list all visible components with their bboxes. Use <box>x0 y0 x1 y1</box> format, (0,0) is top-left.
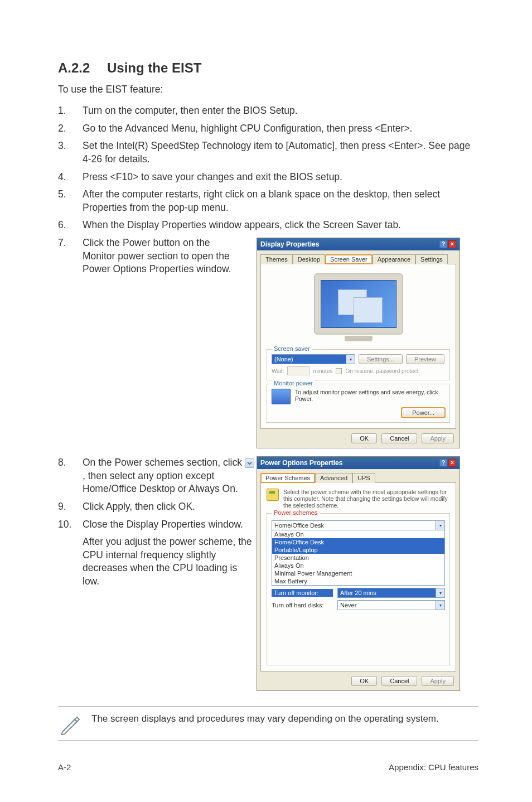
section-heading: A.2.2Using the EIST <box>58 60 478 76</box>
step-after-text: After you adjust the power scheme, the C… <box>83 535 257 588</box>
turn-off-monitor-label: Turn off monitor: <box>272 589 333 597</box>
display-properties-dialog: Display Properties ? × Themes Desktop Sc… <box>257 238 460 448</box>
heading-number: A.2.2 <box>58 60 107 76</box>
scheme-selected-value: Home/Office Desk <box>274 522 324 529</box>
step-text: Set the Intel(R) SpeedStep Technology it… <box>83 139 478 166</box>
wait-spinner[interactable] <box>287 366 309 375</box>
group-screen-saver: Screen saver <box>272 345 312 352</box>
close-icon[interactable]: × <box>448 240 456 248</box>
monitor-preview <box>306 273 412 346</box>
step-num: 8. <box>58 456 83 496</box>
tab-screen-saver[interactable]: Screen Saver <box>325 254 373 264</box>
step-text: Go to the Advanced Menu, highlight CPU C… <box>83 122 478 136</box>
step-num: 2. <box>58 122 83 136</box>
ok-button[interactable]: OK <box>351 676 377 686</box>
chevron-down-icon[interactable]: ▾ <box>346 355 355 364</box>
apply-button[interactable]: Apply <box>422 433 454 443</box>
tab-power-schemes[interactable]: Power Schemes <box>260 473 315 483</box>
settings-button[interactable]: Settings... <box>359 354 403 364</box>
power-options-dialog: Power Options Properties ? × Power Schem… <box>257 456 460 691</box>
heading-title: Using the EIST <box>107 60 201 75</box>
scheme-description: Select the power scheme with the most ap… <box>283 489 450 509</box>
help-icon[interactable]: ? <box>439 240 447 248</box>
step-text: Click the Power button on the Monitor po… <box>83 236 242 276</box>
battery-icon <box>267 489 279 501</box>
scheme-option[interactable]: Max Battery <box>272 577 444 585</box>
help-icon[interactable]: ? <box>439 459 447 467</box>
intro-text: To use the EIST feature: <box>58 84 478 95</box>
tab-advanced[interactable]: Advanced <box>315 473 352 483</box>
scheme-option[interactable]: Always On <box>272 530 444 538</box>
step-text: Press <F10> to save your changes and exi… <box>83 171 478 184</box>
step-spacer <box>58 535 83 588</box>
scheme-option[interactable]: Portable/Laptop <box>272 546 444 554</box>
step-text-a: On the Power schemes section, click <box>83 457 245 468</box>
tab-appearance[interactable]: Appearance <box>373 254 415 264</box>
step-text-b: , then select any option except Home/Off… <box>83 470 238 495</box>
step-num: 7. <box>58 236 83 276</box>
pencil-icon <box>58 713 83 735</box>
page-number: A-2 <box>58 762 71 772</box>
turn-off-hdd-label: Turn off hard disks: <box>272 602 333 608</box>
dialog-title: Power Options Properties <box>260 459 342 467</box>
wait-label: Wait: <box>272 368 284 374</box>
ok-button[interactable]: OK <box>351 433 377 443</box>
turn-off-hdd-value: Never <box>340 602 356 608</box>
step-text: Click Apply, then click OK. <box>83 500 257 514</box>
chevron-down-icon[interactable]: ▾ <box>436 588 444 597</box>
dropdown-arrow-icon <box>245 458 254 468</box>
step-text: When the Display Properties window appea… <box>83 219 478 232</box>
step-num: 1. <box>58 104 83 118</box>
tab-desktop[interactable]: Desktop <box>293 254 325 264</box>
apply-button[interactable]: Apply <box>422 676 454 686</box>
step-num: 4. <box>58 171 83 184</box>
step-text: Close the Display Properties window. <box>83 518 257 532</box>
tab-settings[interactable]: Settings <box>415 254 448 264</box>
scheme-option[interactable]: Presentation <box>272 554 444 562</box>
wait-mins: minutes <box>313 368 332 374</box>
turn-off-hdd-select[interactable]: Never ▾ <box>337 600 445 610</box>
chevron-down-icon[interactable]: ▾ <box>436 521 444 530</box>
group-power-schemes: Power schemes <box>272 509 320 516</box>
step-num: 9. <box>58 500 83 514</box>
step-num: 6. <box>58 219 83 232</box>
tab-themes[interactable]: Themes <box>260 254 293 264</box>
resume-checkbox[interactable] <box>336 368 342 374</box>
monitor-power-text: To adjust monitor power settings and sav… <box>295 389 445 402</box>
power-button[interactable]: Power... <box>402 408 445 418</box>
turn-off-monitor-select[interactable]: After 20 mins ▾ <box>337 588 445 598</box>
monitor-icon <box>272 389 291 404</box>
close-icon[interactable]: × <box>448 459 456 467</box>
screensaver-value: (None) <box>272 356 346 363</box>
resume-label: On resume, password protect <box>345 368 418 374</box>
note-box: The screen displays and procedures may v… <box>58 707 478 741</box>
scheme-option[interactable]: Always On <box>272 562 444 569</box>
preview-button[interactable]: Preview <box>406 354 444 364</box>
step-text: After the computer restarts, right click… <box>83 188 478 214</box>
scheme-select[interactable]: Home/Office Desk ▾ <box>272 520 445 530</box>
dialog-title: Display Properties <box>260 240 319 248</box>
step-num: 10. <box>58 518 83 532</box>
step-text: Turn on the computer, then enter the BIO… <box>83 104 478 118</box>
scheme-dropdown-list[interactable]: Always On Home/Office Desk Portable/Lapt… <box>272 530 445 586</box>
scheme-option[interactable]: Home/Office Desk <box>272 538 444 546</box>
note-text: The screen displays and procedures may v… <box>91 713 439 726</box>
chevron-down-icon[interactable]: ▾ <box>436 601 444 610</box>
step-num: 5. <box>58 188 83 214</box>
dialog-titlebar[interactable]: Power Options Properties ? × <box>257 457 460 469</box>
turn-off-monitor-value: After 20 mins <box>340 590 376 596</box>
screensaver-select[interactable]: (None) ▾ <box>272 354 355 364</box>
dialog-titlebar[interactable]: Display Properties ? × <box>257 238 460 250</box>
group-monitor-power: Monitor power <box>272 380 315 386</box>
cancel-button[interactable]: Cancel <box>381 676 417 686</box>
step-num: 3. <box>58 139 83 166</box>
cancel-button[interactable]: Cancel <box>381 433 417 443</box>
footer-title: Appendix: CPU features <box>389 762 478 772</box>
scheme-option[interactable]: Minimal Power Management <box>272 569 444 577</box>
tab-ups[interactable]: UPS <box>352 473 375 483</box>
step-text: On the Power schemes section, click , th… <box>83 456 257 496</box>
